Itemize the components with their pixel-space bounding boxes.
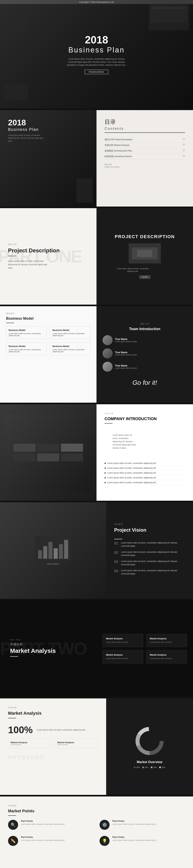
- market-detail-tag: 市场分析: [8, 707, 98, 709]
- bm-item-4-desc: Lorem ipsum dolor sit amet, consectetur …: [53, 349, 88, 352]
- vision-text-3: Lorem ipsum dolor sit amet, consectetur …: [121, 560, 185, 566]
- contents-year: 2018: [8, 118, 88, 127]
- part-one-desc: Lorem ipsum dolor sit amet, consectetur …: [8, 259, 52, 270]
- market-detail-left: 市场分析 Market Analysis 100% Lorem ipsum do…: [0, 699, 106, 795]
- contents-title-cn: 目录: [105, 118, 185, 126]
- team-role-3: Lorem ipsum dolor sit amet: [115, 367, 137, 369]
- team-name-3: True Name: [115, 364, 137, 367]
- team-info-2: True Name Lorem ipsum dolor sit amet: [115, 351, 137, 356]
- bm-item-2-desc: Lorem ipsum dolor sit amet, consectetur …: [53, 333, 88, 337]
- company-right: 公司介绍 COMPANY INTRODUCTION Lorem ipsum do…: [96, 404, 193, 501]
- proj-more-btn[interactable]: MORE: [139, 275, 150, 279]
- divider-5: [0, 501, 193, 502]
- contents-item-label-1: 项目介绍 Project Description: [105, 138, 133, 141]
- vision-tag: 项目愿景: [114, 523, 185, 526]
- chart-label-1: 35%: [136, 766, 140, 768]
- vision-item-3: 03 Lorem ipsum dolor sit amet, consectet…: [114, 560, 185, 566]
- pptstore-watermark: PPTSTORE: [8, 754, 98, 761]
- team-name-2: True Name: [115, 351, 137, 354]
- vision-num-2: 02: [114, 551, 119, 555]
- market-card-2-desc: Lorem ipsum dolor sit amet: [150, 641, 184, 644]
- market-card-3: Market Analysis Lorem ipsum dolor sit am…: [103, 650, 143, 663]
- bm-item-2: Business Model Lorem ipsum dolor sit ame…: [50, 326, 90, 339]
- market-percent-large: 100%: [8, 724, 33, 735]
- cover-title: Business Plan: [66, 46, 127, 54]
- market-point-title-2: Pain Points: [112, 820, 157, 822]
- team-title: Team Introduction: [129, 327, 160, 331]
- market-point-text-4: Pain Points Lorem ipsum dolor sit amet, …: [112, 836, 157, 842]
- company-points-list: Lorem ipsum dolor sit amet, consectetur …: [105, 461, 185, 485]
- bm-divider: [6, 323, 14, 323]
- contents-item-label-4: 投资回报 Investment Return: [105, 155, 132, 158]
- company-point-text-3: Lorem ipsum dolor sit amet, consectetur …: [107, 472, 156, 474]
- market-point-desc-3: Lorem ipsum dolor sit amet, consectetur …: [21, 839, 65, 842]
- divider-8: [0, 795, 193, 797]
- divider-3: [0, 305, 193, 306]
- slide-company: 公司介绍 COMPANY INTRODUCTION Lorem ipsum do…: [0, 404, 193, 501]
- contents-subtitle: Business Plan: [8, 127, 88, 132]
- divider-2: [0, 207, 193, 208]
- cover-content: 2018 Business Plan Lorem ipsum dolor sit…: [66, 35, 127, 74]
- market-point-3: ✏️ Pain Points Lorem ipsum dolor sit ame…: [8, 836, 93, 846]
- contents-item-4: 投资回报 Investment Return 04: [105, 154, 185, 159]
- company-tag: 公司介绍: [105, 412, 185, 415]
- go-for-it-label: Go for it!: [133, 379, 157, 386]
- divider-4: [0, 403, 193, 404]
- proj-desc-right-desc: Lorem ipsum dolor sit amet, consectetur …: [115, 268, 151, 273]
- part-one-title: Project Description: [8, 247, 88, 254]
- company-title: COMPANY INTRODUCTION: [105, 416, 185, 421]
- vision-num-1: 01: [114, 541, 119, 546]
- market-tag: Part Two: [10, 639, 86, 641]
- bm-item-3: Business Model Lorem ipsum dolor sit ame…: [6, 342, 47, 355]
- avatar-2: [103, 348, 113, 359]
- slide-contents: 2018 Business Plan Lorem ipsum dolor sit…: [0, 110, 193, 207]
- meeting-background: [0, 404, 96, 501]
- bm-title: Business Model: [6, 316, 90, 321]
- vision-divider: [114, 539, 122, 539]
- market-card-4-desc: Lorem ipsum dolor sit amet: [150, 657, 184, 660]
- vision-num-4: 04: [114, 569, 119, 573]
- dot-2: [105, 468, 106, 469]
- market-card-2: Market Analysis Lorem ipsum dolor sit am…: [146, 634, 187, 647]
- part-one-right: PROJECT DESCRIPTION Lorem ipsum dolor si…: [96, 208, 193, 305]
- market-point-desc-1: Lorem ipsum dolor sit amet, consectetur …: [21, 823, 65, 826]
- team-role-2: Lorem ipsum dolor sit amet: [115, 354, 137, 356]
- contents-item-num-2: 02: [183, 144, 185, 147]
- team-member-2: True Name Lorem ipsum dolor sit amet: [103, 348, 187, 359]
- company-point-4: Lorem ipsum dolor sit amet, consectetur …: [105, 475, 185, 480]
- market-point-text-1: Pain Points Lorem ipsum dolor sit amet, …: [21, 820, 65, 826]
- market-point-icon-2: ⚙️: [100, 820, 110, 830]
- market-title-cn: 市场分析: [10, 642, 86, 647]
- slide-cover: Copyright © http://www.pptstore.net 2018…: [0, 0, 193, 108]
- part-one-divider: [8, 256, 16, 256]
- dot-4: [105, 477, 106, 478]
- team-name-1: True Name: [115, 338, 137, 341]
- donut-chart-svg: [134, 725, 166, 757]
- bm-item-4-title: Business Model: [53, 345, 88, 347]
- svg-point-4: [141, 733, 158, 749]
- company-point-text-1: Lorem ipsum dolor sit amet, consectetur …: [107, 462, 156, 464]
- business-model-right: 团队介绍 Team Introduction True Name Lorem i…: [96, 306, 193, 403]
- cover-description: Lorem ipsum dolor sit amet, consectetur …: [66, 58, 127, 66]
- copyright-bar-top: Copyright © http://www.pptstore.net: [0, 0, 193, 4]
- market-item-1-desc: Lorem ipsum: [11, 744, 49, 746]
- company-point-text-5: Lorem ipsum dolor sit amet, consectetur …: [107, 482, 156, 484]
- vision-text-1: Lorem ipsum dolor sit amet, consectetur …: [121, 541, 185, 548]
- laptop-decoration: [149, 4, 189, 30]
- market-card-2-title: Market Analysis: [150, 637, 184, 640]
- vision-text-4: Lorem ipsum dolor sit amet, consectetur …: [121, 569, 185, 576]
- business-model-left: 商业模式 Business Model Business Model Lorem…: [0, 306, 96, 403]
- avatar-3: [103, 362, 113, 372]
- proj-desc-right-title: PROJECT DESCRIPTION: [115, 234, 175, 239]
- cover-author-btn[interactable]: PANDAREN: [85, 70, 108, 74]
- market-point-2: ⚙️ Pain Points Lorem ipsum dolor sit ame…: [100, 820, 185, 830]
- contents-right: 目录 Contents 项目介绍 Project Description 01 …: [96, 110, 193, 207]
- project-desc-tag: 项目介绍Project Description: [105, 163, 185, 168]
- contents-item-num-4: 04: [183, 155, 185, 158]
- team-member-3: True Name Lorem ipsum dolor sit amet: [103, 362, 187, 372]
- market-point-title-1: Pain Points: [21, 820, 65, 822]
- market-point-text-3: Pain Points Lorem ipsum dolor sit amet, …: [21, 836, 65, 842]
- contents-item-1: 项目介绍 Project Description 01: [105, 137, 185, 143]
- contents-left: 2018 Business Plan Lorem ipsum dolor sit…: [0, 110, 96, 207]
- market-card-1-desc: Lorem ipsum dolor sit amet: [106, 641, 140, 644]
